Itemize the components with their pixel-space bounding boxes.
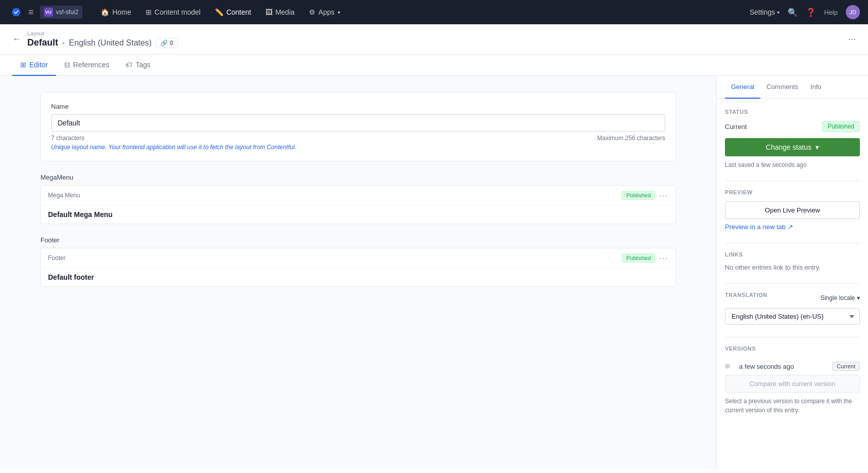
- title-bar: ← Layout Default - English (United State…: [0, 24, 868, 55]
- footer-status-badge: Published: [622, 253, 655, 263]
- open-live-preview-button[interactable]: Open Live Preview: [725, 201, 860, 219]
- nav-apps-label: Apps: [318, 8, 335, 16]
- divider-4: [725, 337, 860, 337]
- divider-1: [725, 181, 860, 181]
- apps-icon: ⚙: [309, 8, 315, 16]
- logo[interactable]: [8, 4, 24, 20]
- megamenu-section: MegaMenu Mega Menu Published ··· Default…: [40, 174, 676, 224]
- help-icon[interactable]: ❓: [806, 8, 816, 17]
- nav-content-model-label: Content model: [155, 8, 201, 16]
- tags-icon: 🏷: [125, 61, 132, 69]
- nav-left: ≡ VU vsf-sfui2 🏠 Home ⊞ Content model ✏️…: [8, 4, 346, 20]
- translation-section-title: TRANSLATION: [725, 292, 767, 298]
- top-navigation: ≡ VU vsf-sfui2 🏠 Home ⊞ Content model ✏️…: [0, 0, 868, 24]
- page-title: Default: [27, 37, 58, 48]
- links-section-title: LINKS: [725, 251, 860, 257]
- version-item-left: a few seconds ago: [725, 363, 794, 370]
- name-field-hint: Unique layout name. Your frontend applic…: [51, 144, 665, 151]
- nav-home[interactable]: 🏠 Home: [95, 5, 137, 19]
- preview-new-tab-label: Preview in a new tab: [725, 223, 786, 231]
- compare-hint: Select a previous version to compare it …: [725, 397, 860, 415]
- translation-section: TRANSLATION Single locale ▾ English (Uni…: [725, 292, 860, 325]
- hamburger-icon[interactable]: ≡: [28, 7, 34, 18]
- footer-ref-card: Footer Published ··· Default footer: [40, 248, 676, 287]
- link-badge[interactable]: 🔗 0: [156, 38, 178, 48]
- right-tab-info[interactable]: Info: [804, 76, 828, 99]
- more-options-button[interactable]: ···: [848, 34, 856, 45]
- megamenu-entry-title: Default Mega Menu: [41, 205, 675, 224]
- megamenu-field-label: MegaMenu: [40, 174, 676, 181]
- right-panel: General Comments Info STATUS Current Pub…: [716, 76, 868, 469]
- references-icon: ⊟: [64, 61, 70, 69]
- content-model-icon: ⊞: [146, 8, 152, 16]
- external-link-icon: ↗: [788, 223, 793, 231]
- megamenu-more-button[interactable]: ···: [659, 191, 668, 199]
- nav-content-model[interactable]: ⊞ Content model: [140, 5, 207, 19]
- nav-content-label: Content: [226, 8, 251, 16]
- nav-apps[interactable]: ⚙ Apps ▾: [303, 5, 346, 19]
- nav-content[interactable]: ✏️ Content: [209, 5, 257, 19]
- status-current-label: Current: [725, 123, 747, 131]
- workspace-name: vsf-sfui2: [56, 9, 79, 16]
- links-section: LINKS No other entries link to this entr…: [725, 251, 860, 271]
- status-section: STATUS Current Published Change status ▾…: [725, 109, 860, 168]
- link-icon: 🔗: [160, 39, 168, 47]
- nav-right: Settings ▾ 🔍 ❓ Help JD: [750, 5, 860, 19]
- name-field-card: Name 7 characters Maximum 256 characters…: [40, 92, 676, 161]
- tab-editor[interactable]: ⊞ Editor: [12, 55, 56, 76]
- right-tab-general[interactable]: General: [725, 76, 760, 99]
- tab-references[interactable]: ⊟ References: [56, 55, 118, 76]
- content-area: Name 7 characters Maximum 256 characters…: [0, 76, 716, 469]
- translation-row: TRANSLATION Single locale ▾: [725, 292, 860, 304]
- footer-field-label: Footer: [40, 236, 676, 244]
- nav-media[interactable]: 🖼 Media: [259, 5, 301, 19]
- apps-dropdown-icon: ▾: [338, 10, 340, 15]
- footer-card-actions: Published ···: [622, 253, 668, 263]
- right-panel-content: STATUS Current Published Change status ▾…: [717, 99, 868, 437]
- version-time: a few seconds ago: [739, 363, 794, 370]
- locale-separator: -: [62, 38, 65, 48]
- footer-entry-title: Default footer: [41, 268, 675, 286]
- change-status-button[interactable]: Change status ▾: [725, 138, 860, 156]
- tab-references-label: References: [73, 61, 110, 69]
- settings-chevron-icon: ▾: [777, 10, 780, 15]
- breadcrumb-section: Layout Default - English (United States)…: [27, 30, 178, 48]
- tab-editor-label: Editor: [29, 61, 48, 69]
- search-icon[interactable]: 🔍: [788, 8, 798, 17]
- footer-card-header: Footer Published ···: [41, 248, 675, 268]
- compare-version-button[interactable]: Compare with current version: [725, 375, 860, 393]
- settings-button[interactable]: Settings ▾: [750, 8, 780, 16]
- no-links-text: No other entries link to this entry.: [725, 264, 860, 271]
- content-icon: ✏️: [215, 8, 223, 16]
- versions-section-title: VERSIONS: [725, 346, 860, 352]
- preview-new-tab-link[interactable]: Preview in a new tab ↗: [725, 223, 860, 231]
- divider-2: [725, 243, 860, 243]
- breadcrumb-title: Default - English (United States) 🔗 0: [27, 37, 178, 48]
- user-avatar[interactable]: JD: [846, 5, 860, 19]
- nav-items: 🏠 Home ⊞ Content model ✏️ Content 🖼 Medi…: [95, 5, 346, 19]
- footer-more-button[interactable]: ···: [659, 254, 668, 262]
- preview-section-title: PREVIEW: [725, 189, 860, 195]
- workspace-badge[interactable]: VU vsf-sfui2: [40, 6, 83, 19]
- char-count: 7 characters: [51, 135, 84, 142]
- divider-3: [725, 283, 860, 284]
- right-panel-tabs: General Comments Info: [717, 76, 868, 99]
- home-icon: 🏠: [101, 8, 109, 16]
- megamenu-status-badge: Published: [622, 191, 655, 200]
- megamenu-card-header: Mega Menu Published ···: [41, 186, 675, 205]
- link-count: 0: [170, 39, 173, 47]
- megamenu-ref-card: Mega Menu Published ··· Default Mega Men…: [40, 185, 676, 224]
- back-button[interactable]: ←: [12, 34, 21, 45]
- single-locale-dropdown[interactable]: Single locale ▾: [820, 294, 860, 302]
- version-dot: [725, 364, 730, 369]
- tab-tags-label: Tags: [135, 61, 151, 69]
- tab-tags[interactable]: 🏷 Tags: [117, 55, 159, 76]
- locale-select[interactable]: English (United States) (en-US): [725, 308, 860, 325]
- max-chars: Maximum 256 characters: [597, 135, 665, 142]
- footer-section: Footer Footer Published ··· Default foot…: [40, 236, 676, 287]
- megamenu-card-actions: Published ···: [622, 191, 668, 200]
- nav-home-label: Home: [112, 8, 131, 16]
- right-tab-comments[interactable]: Comments: [760, 76, 804, 99]
- single-locale-chevron-icon: ▾: [857, 294, 860, 302]
- name-input[interactable]: [51, 114, 665, 132]
